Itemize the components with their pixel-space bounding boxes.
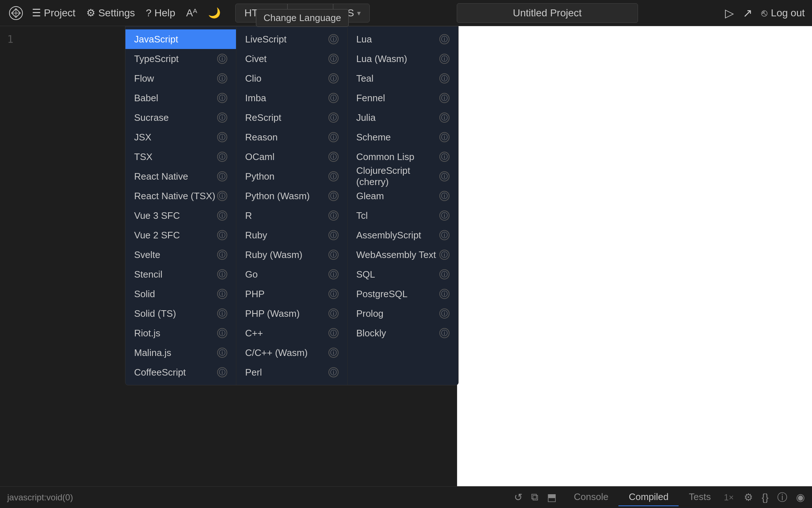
cpp-info-icon[interactable]: ⓘ bbox=[328, 328, 339, 338]
lang-perl[interactable]: Perl ⓘ bbox=[236, 362, 347, 382]
lang-lua[interactable]: Lua ⓘ bbox=[348, 29, 458, 49]
scheme-info-icon[interactable]: ⓘ bbox=[439, 132, 450, 142]
ocaml-info-icon[interactable]: ⓘ bbox=[328, 152, 339, 162]
livescript-info-icon[interactable]: ⓘ bbox=[328, 34, 339, 44]
tab-tests[interactable]: Tests bbox=[679, 488, 721, 506]
lang-solid-ts[interactable]: Solid (TS) ⓘ bbox=[125, 304, 236, 323]
lang-react-native[interactable]: React Native ⓘ bbox=[125, 167, 236, 186]
php-wasm-info-icon[interactable]: ⓘ bbox=[328, 308, 339, 319]
lang-go[interactable]: Go ⓘ bbox=[236, 265, 347, 284]
ruby-wasm-info-icon[interactable]: ⓘ bbox=[328, 250, 339, 260]
lang-riotjs[interactable]: Riot.js ⓘ bbox=[125, 323, 236, 343]
close-tab-button[interactable]: 1× bbox=[721, 491, 737, 504]
lang-react-native-tsx[interactable]: React Native (TSX) ⓘ bbox=[125, 186, 236, 206]
lang-cpp[interactable]: C++ ⓘ bbox=[236, 323, 347, 343]
r-info-icon[interactable]: ⓘ bbox=[328, 210, 339, 221]
lang-flow[interactable]: Flow ⓘ bbox=[125, 69, 236, 88]
teal-info-icon[interactable]: ⓘ bbox=[439, 73, 450, 83]
webassembly-info-icon[interactable]: ⓘ bbox=[439, 250, 450, 260]
lang-malinajs[interactable]: Malina.js ⓘ bbox=[125, 343, 236, 362]
lang-common-lisp[interactable]: Common Lisp ⓘ bbox=[348, 147, 458, 167]
layout-icon[interactable]: ⬒ bbox=[547, 491, 556, 503]
lang-babel[interactable]: Babel ⓘ bbox=[125, 88, 236, 108]
vue3-info-icon[interactable]: ⓘ bbox=[217, 210, 227, 221]
lang-ocaml[interactable]: OCaml ⓘ bbox=[236, 147, 347, 167]
lang-prolog[interactable]: Prolog ⓘ bbox=[348, 304, 458, 323]
lang-javascript[interactable]: JavaScript bbox=[125, 29, 236, 49]
lang-webassembly[interactable]: WebAssembly Text ⓘ bbox=[348, 245, 458, 265]
logo[interactable] bbox=[7, 4, 25, 22]
lang-clojurescript[interactable]: ClojureScript (cherry) ⓘ bbox=[348, 167, 458, 186]
tsx-info-icon[interactable]: ⓘ bbox=[217, 152, 227, 162]
lang-sql[interactable]: SQL ⓘ bbox=[348, 265, 458, 284]
julia-info-icon[interactable]: ⓘ bbox=[439, 112, 450, 123]
lang-rescript[interactable]: ReScript ⓘ bbox=[236, 108, 347, 127]
lang-teal[interactable]: Teal ⓘ bbox=[348, 69, 458, 88]
lang-php[interactable]: PHP ⓘ bbox=[236, 284, 347, 304]
imba-info-icon[interactable]: ⓘ bbox=[328, 93, 339, 103]
tab-compiled[interactable]: Compiled bbox=[618, 488, 679, 506]
lang-lua-wasm[interactable]: Lua (Wasm) ⓘ bbox=[348, 49, 458, 69]
svelte-info-icon[interactable]: ⓘ bbox=[217, 250, 227, 260]
lang-php-wasm[interactable]: PHP (Wasm) ⓘ bbox=[236, 304, 347, 323]
info-bottom-icon[interactable]: ⓘ bbox=[777, 491, 787, 504]
lang-livescript[interactable]: LiveScript ⓘ bbox=[236, 29, 347, 49]
reason-info-icon[interactable]: ⓘ bbox=[328, 132, 339, 142]
c-cpp-wasm-info-icon[interactable]: ⓘ bbox=[328, 348, 339, 358]
lua-wasm-info-icon[interactable]: ⓘ bbox=[439, 54, 450, 64]
lang-ruby[interactable]: Ruby ⓘ bbox=[236, 225, 347, 245]
lang-vue3[interactable]: Vue 3 SFC ⓘ bbox=[125, 206, 236, 225]
common-lisp-info-icon[interactable]: ⓘ bbox=[439, 152, 450, 162]
python-info-icon[interactable]: ⓘ bbox=[328, 171, 339, 181]
refresh-icon[interactable]: ↺ bbox=[514, 491, 522, 503]
lang-vue2[interactable]: Vue 2 SFC ⓘ bbox=[125, 225, 236, 245]
lang-jsx[interactable]: JSX ⓘ bbox=[125, 127, 236, 147]
lua-info-icon[interactable]: ⓘ bbox=[439, 34, 450, 44]
broadcast-icon[interactable]: ◉ bbox=[796, 491, 805, 503]
lang-civet[interactable]: Civet ⓘ bbox=[236, 49, 347, 69]
solid-info-icon[interactable]: ⓘ bbox=[217, 289, 227, 299]
lang-reason[interactable]: Reason ⓘ bbox=[236, 127, 347, 147]
assemblyscript-info-icon[interactable]: ⓘ bbox=[439, 230, 450, 240]
python-wasm-info-icon[interactable]: ⓘ bbox=[328, 191, 339, 201]
prolog-info-icon[interactable]: ⓘ bbox=[439, 308, 450, 319]
lang-tsx[interactable]: TSX ⓘ bbox=[125, 147, 236, 167]
babel-info-icon[interactable]: ⓘ bbox=[217, 93, 227, 103]
ruby-info-icon[interactable]: ⓘ bbox=[328, 230, 339, 240]
nav-settings[interactable]: ⚙ Settings bbox=[86, 7, 135, 19]
react-native-info-icon[interactable]: ⓘ bbox=[217, 171, 227, 181]
lang-clio[interactable]: Clio ⓘ bbox=[236, 69, 347, 88]
lang-postgresql[interactable]: PostgreSQL ⓘ bbox=[348, 284, 458, 304]
stencil-info-icon[interactable]: ⓘ bbox=[217, 269, 227, 279]
postgresql-info-icon[interactable]: ⓘ bbox=[439, 289, 450, 299]
flow-info-icon[interactable]: ⓘ bbox=[217, 73, 227, 83]
sql-info-icon[interactable]: ⓘ bbox=[439, 269, 450, 279]
react-native-tsx-info-icon[interactable]: ⓘ bbox=[217, 191, 227, 201]
jsx-info-icon[interactable]: ⓘ bbox=[217, 132, 227, 142]
nav-font-size[interactable]: Aᴬ bbox=[186, 7, 198, 19]
share-button[interactable]: ↗ bbox=[743, 6, 753, 20]
lang-sucrase[interactable]: Sucrase ⓘ bbox=[125, 108, 236, 127]
typescript-info-icon[interactable]: ⓘ bbox=[217, 54, 227, 64]
civet-info-icon[interactable]: ⓘ bbox=[328, 54, 339, 64]
tcl-info-icon[interactable]: ⓘ bbox=[439, 210, 450, 221]
blockly-info-icon[interactable]: ⓘ bbox=[439, 328, 450, 338]
vue2-info-icon[interactable]: ⓘ bbox=[217, 230, 227, 240]
solid-ts-info-icon[interactable]: ⓘ bbox=[217, 308, 227, 319]
riotjs-info-icon[interactable]: ⓘ bbox=[217, 328, 227, 338]
perl-info-icon[interactable]: ⓘ bbox=[328, 367, 339, 377]
php-info-icon[interactable]: ⓘ bbox=[328, 289, 339, 299]
clojurescript-info-icon[interactable]: ⓘ bbox=[439, 171, 450, 181]
nav-help[interactable]: ? Help bbox=[146, 7, 175, 19]
copy-icon[interactable]: ⧉ bbox=[531, 491, 538, 503]
go-info-icon[interactable]: ⓘ bbox=[328, 269, 339, 279]
lang-imba[interactable]: Imba ⓘ bbox=[236, 88, 347, 108]
nav-theme[interactable]: 🌙 bbox=[208, 7, 221, 19]
lang-stencil[interactable]: Stencil ⓘ bbox=[125, 265, 236, 284]
logout-button[interactable]: ⎋ Log out bbox=[761, 7, 805, 19]
coffeescript-info-icon[interactable]: ⓘ bbox=[217, 367, 227, 377]
format-icon[interactable]: {} bbox=[762, 492, 768, 503]
lang-python-wasm[interactable]: Python (Wasm) ⓘ bbox=[236, 186, 347, 206]
lang-blockly[interactable]: Blockly ⓘ bbox=[348, 323, 458, 343]
lang-svelte[interactable]: Svelte ⓘ bbox=[125, 245, 236, 265]
